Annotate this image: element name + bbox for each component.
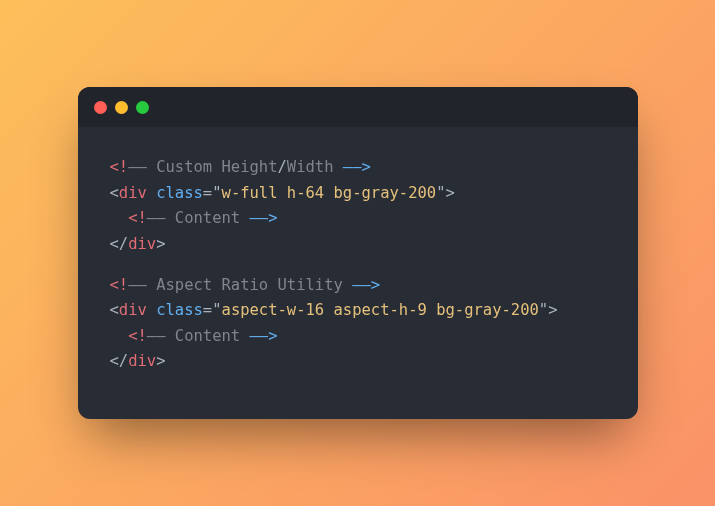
- close-icon[interactable]: [94, 101, 107, 114]
- code-line-1: <!—— Custom Height/Width ——>: [110, 158, 371, 176]
- quote: ": [539, 301, 548, 319]
- angle-open: <: [110, 301, 119, 319]
- code-line-4: </div>: [110, 235, 166, 253]
- code-block: <!—— Custom Height/Width ——> <div class=…: [78, 127, 638, 419]
- attr-value: aspect-w-16 aspect-h-9 bg-gray-200: [222, 301, 539, 319]
- angle-close: >: [446, 184, 455, 202]
- comment-text: Custom Height: [147, 158, 278, 176]
- attr-value: w-full h-64 bg-gray-200: [222, 184, 437, 202]
- comment-close: ——>: [343, 158, 371, 176]
- quote: ": [212, 184, 221, 202]
- maximize-icon[interactable]: [136, 101, 149, 114]
- comment-text: Content: [166, 327, 250, 345]
- comment-dash: ——: [147, 327, 166, 345]
- comment-dash: ——: [128, 276, 147, 294]
- comment-dash: ——: [128, 158, 147, 176]
- tag-name: div: [119, 184, 147, 202]
- angle-close: >: [156, 352, 165, 370]
- comment-open: <!: [128, 209, 147, 227]
- space: [147, 301, 156, 319]
- attr-name: class: [156, 301, 203, 319]
- angle-open: </: [110, 352, 129, 370]
- comment-text: Content: [166, 209, 250, 227]
- comment-close: ——>: [250, 209, 278, 227]
- attr-name: class: [156, 184, 203, 202]
- minimize-icon[interactable]: [115, 101, 128, 114]
- comment-open: <!: [110, 158, 129, 176]
- slash: /: [278, 158, 287, 176]
- tag-name: div: [119, 301, 147, 319]
- comment-text: Aspect Ratio Utility: [147, 276, 352, 294]
- equals: =: [203, 184, 212, 202]
- tag-name: div: [128, 235, 156, 253]
- quote: ": [436, 184, 445, 202]
- comment-text2: Width: [287, 158, 343, 176]
- code-line-7: <div class="aspect-w-16 aspect-h-9 bg-gr…: [110, 301, 558, 319]
- angle-close: >: [548, 301, 557, 319]
- comment-dash: ——: [147, 209, 166, 227]
- indent: [110, 327, 129, 345]
- angle-open: </: [110, 235, 129, 253]
- code-line-2: <div class="w-full h-64 bg-gray-200">: [110, 184, 455, 202]
- comment-close: ——>: [352, 276, 380, 294]
- comment-open: <!: [128, 327, 147, 345]
- angle-open: <: [110, 184, 119, 202]
- code-line-6: <!—— Aspect Ratio Utility ——>: [110, 276, 381, 294]
- comment-close: ——>: [250, 327, 278, 345]
- comment-open: <!: [110, 276, 129, 294]
- equals: =: [203, 301, 212, 319]
- window-titlebar: [78, 87, 638, 127]
- tag-name: div: [128, 352, 156, 370]
- quote: ": [212, 301, 221, 319]
- blank-line: [110, 257, 606, 273]
- space: [147, 184, 156, 202]
- code-window: <!—— Custom Height/Width ——> <div class=…: [78, 87, 638, 419]
- code-line-8: <!—— Content ——>: [110, 327, 278, 345]
- code-line-9: </div>: [110, 352, 166, 370]
- angle-close: >: [156, 235, 165, 253]
- indent: [110, 209, 129, 227]
- code-line-3: <!—— Content ——>: [110, 209, 278, 227]
